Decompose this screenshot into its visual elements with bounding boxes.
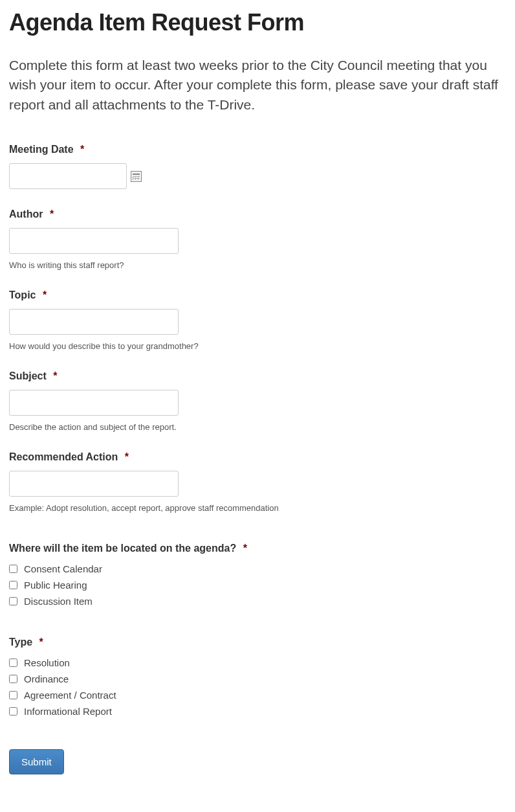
location-option-label: Consent Calendar [24,563,102,574]
recommended-action-label-row: Recommended Action * [9,451,506,463]
location-option-label: Discussion Item [24,596,93,607]
author-helper: Who is writing this staff report? [9,260,506,270]
type-checkbox-agreement-contract[interactable] [9,691,17,699]
type-checkbox-ordinance[interactable] [9,675,17,683]
recommended-action-label: Recommended Action [9,451,118,462]
required-marker: * [43,289,47,300]
location-option-label: Public Hearing [24,580,87,591]
type-checkbox-resolution[interactable] [9,659,17,667]
type-label: Type [9,637,32,648]
field-location: Where will the item be located on the ag… [9,543,506,607]
subject-input[interactable] [9,390,179,416]
location-label: Where will the item be located on the ag… [9,543,236,554]
type-option-agreement-contract[interactable]: Agreement / Contract [9,690,506,701]
subject-label-row: Subject * [9,370,506,382]
form-description: Complete this form at least two weeks pr… [9,56,506,115]
page-title: Agenda Item Request Form [9,9,506,36]
field-meeting-date: Meeting Date * [9,144,506,189]
recommended-action-helper: Example: Adopt resolution, accept report… [9,503,506,513]
location-checkbox-public-hearing[interactable] [9,581,17,589]
field-author: Author * Who is writing this staff repor… [9,209,506,270]
subject-label: Subject [9,370,47,381]
required-marker: * [53,370,57,381]
location-checkbox-discussion-item[interactable] [9,597,17,605]
required-marker: * [125,451,129,462]
required-marker: * [80,144,84,155]
topic-helper: How would you describe this to your gran… [9,341,506,351]
type-option-informational-report[interactable]: Informational Report [9,706,506,717]
location-label-row: Where will the item be located on the ag… [9,543,506,554]
topic-label: Topic [9,289,36,300]
required-marker: * [39,637,43,648]
type-checkbox-informational-report[interactable] [9,707,17,716]
calendar-icon[interactable] [131,171,142,182]
meeting-date-input[interactable] [9,163,127,189]
meeting-date-label-row: Meeting Date * [9,144,506,155]
field-type: Type * Resolution Ordinance Agreement / … [9,637,506,717]
required-marker: * [50,209,54,220]
submit-button[interactable]: Submit [9,749,64,774]
author-label-row: Author * [9,209,506,220]
location-checkbox-consent-calendar[interactable] [9,565,17,573]
type-label-row: Type * [9,637,506,648]
location-option-consent-calendar[interactable]: Consent Calendar [9,563,506,574]
type-option-label: Agreement / Contract [24,690,116,701]
topic-label-row: Topic * [9,289,506,301]
type-option-resolution[interactable]: Resolution [9,657,506,668]
meeting-date-label: Meeting Date [9,144,74,155]
type-option-label: Informational Report [24,706,112,717]
type-option-label: Resolution [24,657,70,668]
field-recommended-action: Recommended Action * Example: Adopt reso… [9,451,506,513]
recommended-action-input[interactable] [9,471,179,497]
author-input[interactable] [9,228,179,254]
type-option-label: Ordinance [24,673,69,684]
author-label: Author [9,209,43,220]
required-marker: * [243,543,247,554]
subject-helper: Describe the action and subject of the r… [9,422,506,432]
topic-input[interactable] [9,309,179,335]
field-topic: Topic * How would you describe this to y… [9,289,506,351]
type-option-ordinance[interactable]: Ordinance [9,673,506,684]
location-option-discussion-item[interactable]: Discussion Item [9,596,506,607]
location-option-public-hearing[interactable]: Public Hearing [9,580,506,591]
field-subject: Subject * Describe the action and subjec… [9,370,506,432]
